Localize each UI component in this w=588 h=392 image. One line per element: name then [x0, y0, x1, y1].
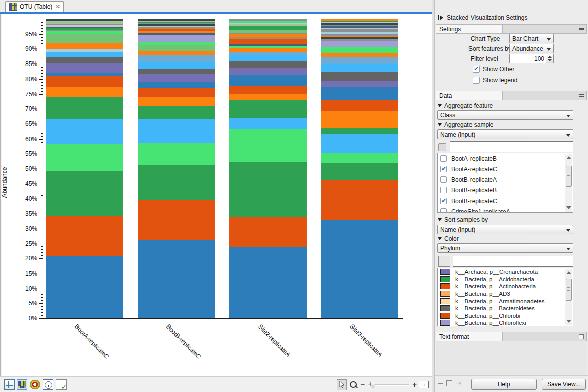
- sample-row-BootA-replicateB[interactable]: BootA-replicateB: [438, 153, 573, 164]
- help-button[interactable]: Help: [471, 379, 537, 390]
- spin-down-icon[interactable]: [548, 59, 552, 61]
- sample-checkbox[interactable]: [440, 166, 447, 172]
- spinner-buttons[interactable]: [546, 54, 553, 63]
- aggregate-sample-select[interactable]: Name (input): [437, 129, 573, 139]
- tab-otu-table[interactable]: OTU (Table) ×: [5, 1, 64, 12]
- color-header[interactable]: Color: [438, 235, 459, 242]
- bar-segment: [321, 72, 398, 81]
- legend-color-swatch[interactable]: [440, 305, 450, 311]
- section-text-format[interactable]: Text format: [436, 332, 587, 341]
- restore-panel-icon[interactable]: [446, 380, 452, 386]
- legend-label: k__Bacteria, p__Actinobacteria: [455, 283, 536, 289]
- spin-up-icon[interactable]: [548, 56, 552, 58]
- legend-row[interactable]: k__Bacteria, p__Chlorobi: [438, 312, 573, 320]
- selection-cursor-button[interactable]: [337, 379, 347, 390]
- table-view-icon[interactable]: [4, 379, 15, 390]
- legend-row[interactable]: k__Bacteria, p__Armatimonadetes: [438, 297, 573, 305]
- legend-color-swatch[interactable]: [440, 276, 450, 282]
- sidebar-title[interactable]: Stacked Visualization Settings: [435, 12, 588, 23]
- fit-width-icon[interactable]: ↔: [419, 381, 429, 388]
- legend-row[interactable]: k__Bacteria, p__Bacteroidetes: [438, 305, 573, 312]
- legend-color-swatch[interactable]: [440, 320, 450, 326]
- scroll-up-icon[interactable]: [566, 271, 571, 274]
- apply-to-other-views-icon: ⇥: [456, 379, 461, 387]
- legend-row[interactable]: k__Bacteria, p__Chloroflexi: [438, 319, 573, 326]
- scrollbar-thumb[interactable]: [566, 279, 572, 301]
- color-filter-input[interactable]: [453, 256, 573, 267]
- sample-row-BootB-replicateB[interactable]: BootB-replicateB: [438, 185, 573, 195]
- sample-filter-input[interactable]: [450, 141, 573, 152]
- legend-color-swatch[interactable]: [440, 298, 450, 304]
- major-tick: [39, 169, 43, 169]
- collapse-section-icon[interactable]: [579, 28, 584, 30]
- major-tick: [39, 303, 43, 304]
- y-tick-label: 45%: [0, 180, 37, 187]
- color-select[interactable]: Phylum: [437, 243, 573, 253]
- legend-row[interactable]: k__Archaea, p__Crenarchaeota: [438, 268, 573, 276]
- sample-row-BootB-replicateC[interactable]: BootB-replicateC: [438, 195, 573, 206]
- legend-row[interactable]: k__Bacteria, p__AD3: [438, 290, 573, 298]
- sort-samples-header[interactable]: Sort samples by: [438, 216, 488, 223]
- phylum-color-list[interactable]: k__Archaea, p__Crenarchaeotak__Bacteria,…: [437, 268, 573, 326]
- expand-section-icon[interactable]: [579, 334, 584, 339]
- legend-row[interactable]: k__Bacteria, p__Acidobacteria: [438, 276, 573, 283]
- show-other-checkbox[interactable]: [473, 66, 480, 73]
- color-swatch-placeholder[interactable]: [438, 256, 450, 267]
- zoom-tool-icon[interactable]: [349, 380, 358, 390]
- collapse-all-icon[interactable]: [438, 383, 443, 384]
- sample-checkbox[interactable]: [440, 208, 447, 213]
- major-tick: [39, 244, 43, 244]
- vertical-scrollbar[interactable]: [565, 269, 572, 325]
- vertical-scrollbar[interactable]: [565, 154, 572, 212]
- select-all-samples-checkbox[interactable]: [438, 143, 446, 151]
- sample-row-BootA-replicateC[interactable]: BootA-replicateC: [438, 164, 573, 174]
- sample-checkbox[interactable]: [440, 176, 447, 183]
- chart-type-select[interactable]: Bar Chart: [509, 34, 554, 43]
- bar-segment: [138, 97, 215, 106]
- section-settings[interactable]: Settings: [436, 24, 587, 34]
- report-view-icon[interactable]: [56, 379, 67, 390]
- aggregate-feature-header[interactable]: Aggregate feature: [438, 102, 493, 109]
- legend-row[interactable]: k__Bacteria, p__Actinobacteria: [438, 283, 573, 290]
- zoom-out-icon[interactable]: −: [360, 381, 365, 388]
- scroll-down-icon[interactable]: [566, 206, 571, 209]
- scroll-down-icon[interactable]: [566, 320, 571, 323]
- filter-level-spinner[interactable]: 100: [509, 54, 554, 63]
- y-tick-label: 15%: [0, 270, 37, 277]
- sample-label: BootB-replicateC: [451, 198, 497, 205]
- zoom-slider-thumb[interactable]: [370, 382, 375, 389]
- sample-checkbox[interactable]: [440, 155, 447, 162]
- sample-list[interactable]: BootA-replicateBBootA-replicateCBootB-re…: [437, 153, 573, 213]
- sample-row-CrimeSite1-replicateA[interactable]: CrimeSite1-replicateA: [438, 206, 573, 213]
- collapse-section-icon[interactable]: [579, 94, 584, 97]
- sample-row-BootB-replicateA[interactable]: BootB-replicateA: [438, 174, 573, 185]
- major-tick: [39, 274, 43, 274]
- show-legend-checkbox[interactable]: [473, 77, 480, 84]
- section-data[interactable]: Data: [436, 91, 587, 100]
- sunburst-view-icon[interactable]: [30, 379, 40, 390]
- aggregate-sample-header[interactable]: Aggregate sample: [438, 121, 493, 128]
- aggregate-feature-select[interactable]: Class: [437, 110, 573, 120]
- legend-color-swatch[interactable]: [440, 291, 450, 297]
- y-tick-label: 60%: [0, 136, 37, 143]
- close-icon[interactable]: ×: [56, 3, 60, 10]
- sort-samples-select[interactable]: Name (input): [437, 225, 573, 234]
- scrollbar-thumb[interactable]: [566, 166, 572, 187]
- major-tick: [39, 154, 43, 154]
- scroll-up-icon[interactable]: [566, 156, 571, 159]
- legend-color-swatch[interactable]: [440, 313, 450, 319]
- zoom-in-icon[interactable]: +: [412, 381, 417, 388]
- stacked-chart-view-icon[interactable]: [17, 379, 27, 390]
- legend-color-swatch[interactable]: [440, 269, 450, 275]
- history-view-icon[interactable]: [43, 379, 53, 390]
- sample-checkbox[interactable]: [440, 198, 447, 204]
- save-view-button[interactable]: Save View...: [542, 379, 586, 390]
- sample-checkbox[interactable]: [440, 187, 447, 193]
- y-tick-label: 75%: [0, 91, 37, 98]
- sort-features-select[interactable]: Abundance: [509, 44, 554, 53]
- zoom-slider[interactable]: [368, 384, 409, 386]
- aggregate-feature-value: Class: [440, 112, 455, 119]
- legend-color-swatch[interactable]: [440, 283, 450, 289]
- bar-segment: [229, 94, 307, 100]
- x-axis-label-BootB-replicateC: BootB-replicateC: [165, 323, 202, 360]
